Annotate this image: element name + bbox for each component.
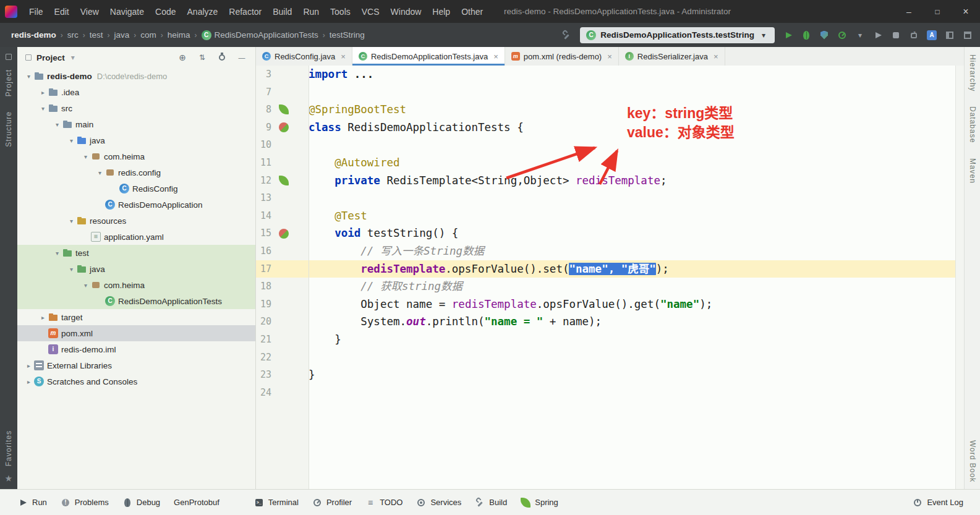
chevron-down-icon[interactable]: ▾ [23,73,34,80]
tool-stripe-favorites[interactable]: Favorites [4,430,13,466]
gutter[interactable] [271,122,296,132]
code-line-7[interactable]: 7 [256,83,956,101]
code-line-8[interactable]: 8@SpringBootTest [256,101,956,119]
spring-bean-icon[interactable] [279,176,289,185]
chevron-down-icon[interactable] [68,53,78,62]
code-line-14[interactable]: 14 @Test [256,207,956,225]
run-anything-icon[interactable] [909,30,919,40]
tree-item-redisconfig[interactable]: RedisConfig [17,181,255,197]
breadcrumb-item-redisdemoapplicationtests[interactable]: RedisDemoApplicationTests [202,30,318,40]
code-line-11[interactable]: 11 @Autowired [256,154,956,172]
editor-scrollbar[interactable] [955,66,965,490]
run-icon[interactable] [783,30,793,40]
tool-window-icon[interactable] [4,52,14,62]
close-icon[interactable]: × [607,52,612,61]
chevron-down-icon[interactable]: ▾ [66,218,77,224]
code-line-15[interactable]: 15 void testString() { [256,224,956,242]
tree-item-target[interactable]: ▸target [17,309,255,325]
collapse-all-icon[interactable] [197,53,207,62]
line-number[interactable]: 8 [256,101,271,119]
build-hammer-icon[interactable] [561,30,571,40]
maximize-button[interactable] [923,0,952,23]
tool-button-todo[interactable]: TODO [359,498,409,508]
chevron-down-icon[interactable]: ▾ [66,266,77,273]
line-number[interactable]: 18 [256,278,271,296]
tree-item-java[interactable]: ▾java [17,132,255,148]
profiler-dropdown-icon[interactable] [855,30,865,40]
menu-other[interactable]: Other [456,7,488,17]
menu-help[interactable]: Help [427,7,456,17]
line-number[interactable]: 24 [256,384,271,402]
menu-tools[interactable]: Tools [325,7,356,17]
code-line-20[interactable]: 20 System.out.println("name = " + name); [256,313,956,331]
code-line-16[interactable]: 16 // 写入一条String数据 [256,242,956,260]
tree-item-application-yaml[interactable]: application.yaml [17,229,255,245]
locate-icon[interactable] [177,53,187,62]
menu-build[interactable]: Build [267,7,297,17]
chevron-down-icon[interactable]: ▾ [95,169,105,176]
close-button[interactable] [952,0,980,23]
gutter[interactable] [271,176,296,185]
code-line-24[interactable]: 24 [256,384,956,402]
code-line-22[interactable]: 22 [256,349,956,367]
tool-stripe-maven[interactable]: Maven [968,158,977,184]
tree-item-main[interactable]: ▾main [17,116,255,132]
code-line-10[interactable]: 10 [256,136,956,154]
breadcrumb-item-java[interactable]: java [114,30,130,40]
tree-item-resources[interactable]: ▾resources [17,213,255,229]
gutter[interactable] [271,229,296,239]
line-number[interactable]: 10 [256,136,271,154]
tool-stripe-hierarchy[interactable]: Hierarchy [968,54,977,92]
line-number[interactable]: 15 [256,224,271,242]
line-number[interactable]: 23 [256,366,271,384]
code-line-23[interactable]: 23} [256,366,956,384]
chevron-down-icon[interactable]: ▾ [52,121,62,128]
breadcrumb-item-teststring[interactable]: testString [330,30,365,40]
breadcrumb-item-src[interactable]: src [67,30,79,40]
settings-icon[interactable] [217,53,227,62]
tab-pom-xml-redis-demo[interactable]: pom.xml (redis-demo)× [505,47,619,66]
menu-code[interactable]: Code [150,7,181,17]
chevron-right-icon[interactable]: ▸ [23,362,34,369]
favorites-star-icon[interactable] [4,474,14,483]
tree-item-redisdemoapplicationtests[interactable]: RedisDemoApplicationTests [17,293,255,309]
menu-refactor[interactable]: Refactor [223,7,267,17]
spring-leaf-icon[interactable] [279,104,289,114]
chevron-right-icon[interactable]: ▸ [23,378,34,385]
breadcrumb-item-com[interactable]: com [140,30,156,40]
menu-view[interactable]: View [75,7,104,17]
tree-item-redis-config[interactable]: ▾redis.config [17,164,255,181]
tree-item-redisdemoapplication[interactable]: RedisDemoApplication [17,197,255,213]
chevron-right-icon[interactable]: ▸ [38,89,48,96]
menu-vcs[interactable]: VCS [356,7,385,17]
tool-stripe-structure[interactable]: Structure [4,111,13,147]
code-line-12[interactable]: 12 private RedisTemplate<String,Object> … [256,172,956,190]
tree-item-src[interactable]: ▾src [17,100,255,116]
breadcrumb-item-test[interactable]: test [90,30,103,40]
run-config-select[interactable]: RedisDemoApplicationTests.testString [580,27,775,43]
tool-stripe-word-book[interactable]: Word Book [968,440,977,482]
tree-item-com-heima[interactable]: ▾com.heima [17,148,255,164]
tool-button-problems[interactable]: Problems [54,498,116,508]
tool-button-genprotobuf[interactable]: GenProtobuf [167,498,226,507]
chevron-down-icon[interactable]: ▾ [80,282,91,289]
chevron-down-icon[interactable]: ▾ [80,153,91,160]
tool-button-debug[interactable]: Debug [116,498,167,508]
tree-item-external-libraries[interactable]: ▸External Libraries [17,357,255,373]
line-number[interactable]: 11 [256,154,271,172]
window-tool-icon[interactable] [963,30,973,40]
line-number[interactable]: 9 [256,119,271,137]
tool-button-services[interactable]: Services [409,498,468,508]
chevron-down-icon[interactable]: ▾ [38,105,48,112]
layout-icon[interactable] [945,30,955,40]
tool-stripe-project[interactable]: Project [4,69,13,96]
minimize-button[interactable] [895,0,923,23]
rerun-disabled-icon[interactable] [873,30,883,40]
tool-button-run[interactable]: Run [11,498,54,508]
tree-item-java[interactable]: ▾java [17,261,255,277]
line-number[interactable]: 22 [256,349,271,367]
tree-item-redis-demo-iml[interactable]: redis-demo.iml [17,341,255,357]
breadcrumb-item-heima[interactable]: heima [168,30,190,40]
tab-redisconfig-java[interactable]: RedisConfig.java× [256,47,352,66]
project-panel-title[interactable]: Project [36,53,65,62]
